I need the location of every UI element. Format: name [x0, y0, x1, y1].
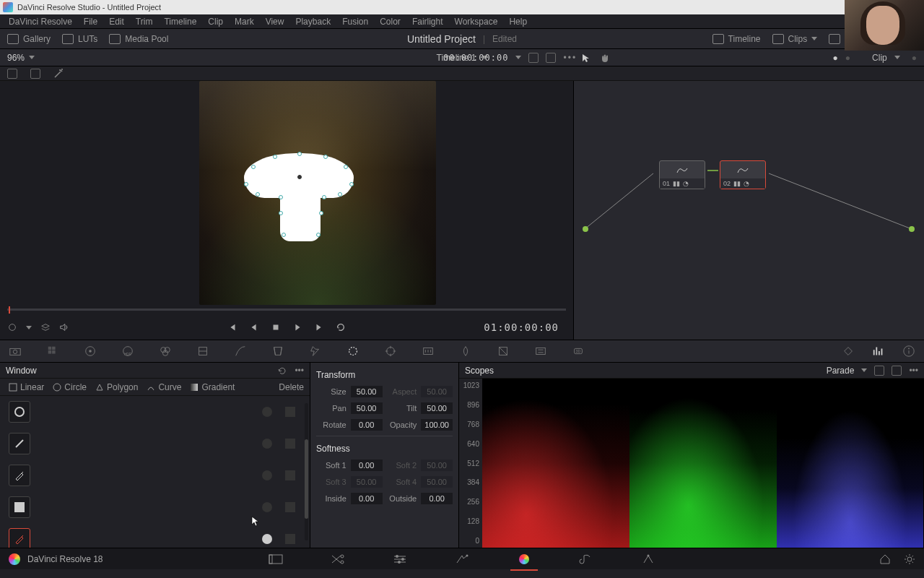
mask-toggle-icon[interactable] — [262, 502, 272, 512]
key-icon[interactable] — [495, 343, 511, 359]
magic-icon[interactable] — [53, 69, 64, 79]
mask-toggle-icon[interactable] — [262, 470, 272, 480]
more-icon[interactable]: ••• — [295, 366, 304, 376]
window-row-line[interactable] — [0, 428, 304, 460]
menu-color[interactable]: Color — [374, 17, 406, 27]
rgb-mixer-icon[interactable] — [157, 343, 173, 359]
first-frame-icon[interactable] — [227, 322, 237, 332]
mute-icon[interactable] — [59, 322, 69, 332]
opacity-field[interactable]: 100.00 — [421, 419, 453, 431]
polygon-button[interactable]: Polygon — [92, 381, 141, 394]
delete-button[interactable]: Delete — [279, 382, 304, 392]
mask-toggle-icon[interactable] — [262, 407, 272, 417]
playhead[interactable] — [9, 306, 10, 314]
mask-toggle-icon[interactable] — [262, 439, 272, 449]
soft1-field[interactable]: 0.00 — [351, 460, 383, 471]
timeline-button[interactable]: Timeline — [712, 34, 761, 44]
cut-page-icon[interactable] — [330, 553, 346, 566]
chevron-down-icon[interactable] — [894, 56, 900, 59]
mediapool-button[interactable]: Media Pool — [109, 34, 168, 44]
menu-fusion[interactable]: Fusion — [336, 17, 374, 27]
sizing-icon[interactable] — [533, 343, 549, 359]
play-icon[interactable] — [292, 322, 302, 332]
deliver-page-icon[interactable] — [640, 553, 656, 566]
rotate-field[interactable]: 0.00 — [351, 419, 383, 431]
outside-field[interactable]: 0.00 — [421, 493, 453, 504]
invert-toggle-icon[interactable] — [285, 407, 295, 417]
menu-timeline[interactable]: Timeline — [158, 17, 202, 27]
menu-app[interactable]: DaVinci Resolve — [3, 17, 78, 27]
camera-raw-icon[interactable] — [7, 343, 23, 359]
split-icon[interactable] — [7, 69, 17, 79]
info-icon[interactable] — [901, 343, 917, 359]
stop-icon[interactable] — [271, 322, 281, 332]
warper-icon[interactable] — [270, 343, 286, 359]
scope-expand-icon[interactable] — [892, 366, 902, 376]
grid-icon[interactable] — [30, 69, 40, 79]
viewer[interactable]: 01:00:00:00 — [0, 81, 574, 340]
reset-icon[interactable] — [277, 366, 287, 376]
chevron-down-icon[interactable] — [29, 56, 35, 59]
chevron-down-icon[interactable] — [515, 56, 521, 59]
menu-help[interactable]: Help — [503, 17, 533, 27]
menu-file[interactable]: File — [78, 17, 103, 27]
playbar-track[interactable] — [7, 309, 566, 311]
more-icon[interactable]: ••• — [563, 53, 577, 63]
3d-icon[interactable]: 3D — [570, 343, 586, 359]
scopes-icon[interactable] — [871, 343, 886, 359]
menu-fairlight[interactable]: Fairlight — [406, 17, 449, 27]
hdr-icon[interactable]: HDR — [120, 343, 136, 359]
color-page-icon[interactable] — [516, 553, 532, 566]
size-field[interactable]: 50.00 — [351, 386, 383, 397]
scopes-mode[interactable]: Parade — [827, 366, 855, 376]
qualifier-icon[interactable] — [308, 343, 323, 359]
settings-icon[interactable] — [904, 553, 915, 565]
prev-frame-icon[interactable] — [249, 322, 259, 332]
invert-toggle-icon[interactable] — [285, 502, 295, 512]
window-row-pen[interactable] — [0, 460, 304, 491]
curve-button[interactable]: Curve — [144, 381, 184, 394]
clip-label[interactable]: Clip — [872, 53, 887, 63]
node-01[interactable]: 01▮▮◔ — [659, 160, 705, 189]
gallery-button[interactable]: Gallery — [7, 34, 51, 44]
luts-button[interactable]: LUTs — [62, 34, 97, 44]
mask-toggle-icon[interactable] — [262, 534, 272, 544]
menu-edit[interactable]: Edit — [103, 17, 130, 27]
loop-icon[interactable] — [336, 322, 346, 332]
home-icon[interactable] — [879, 553, 891, 565]
inside-field[interactable]: 0.00 — [351, 493, 383, 504]
menu-playback[interactable]: Playback — [289, 17, 336, 27]
clips-button[interactable]: Clips — [772, 34, 818, 44]
menu-workspace[interactable]: Workspace — [449, 17, 504, 27]
circle-button[interactable]: Circle — [50, 381, 90, 394]
tracker-icon[interactable] — [383, 343, 398, 359]
soft4-field[interactable]: 50.00 — [421, 476, 453, 488]
layers-icon[interactable] — [40, 322, 51, 332]
edit-page-icon[interactable] — [392, 553, 408, 566]
invert-toggle-icon[interactable] — [285, 534, 295, 544]
invert-toggle-icon[interactable] — [285, 470, 295, 480]
hand-icon[interactable] — [600, 53, 610, 63]
more-icon[interactable]: ••• — [909, 366, 918, 376]
power-window-mask[interactable] — [244, 146, 354, 240]
unmix-icon[interactable] — [7, 322, 17, 332]
blur-icon[interactable] — [458, 343, 474, 359]
curves-icon[interactable] — [232, 343, 248, 359]
media-page-icon[interactable] — [268, 553, 284, 566]
aspect-field[interactable]: 50.00 — [421, 386, 453, 397]
tilt-field[interactable]: 50.00 — [421, 402, 453, 414]
fairlight-page-icon[interactable] — [578, 553, 594, 566]
zoom-value[interactable]: 96% — [7, 53, 25, 63]
invert-toggle-icon[interactable] — [285, 439, 295, 449]
timecode-in[interactable]: 00:00:00:00 — [443, 53, 508, 63]
magic-mask-icon[interactable] — [420, 343, 436, 359]
gradient-button[interactable]: Gradient — [187, 381, 237, 394]
last-frame-icon[interactable] — [314, 322, 324, 332]
soft3-field[interactable]: 50.00 — [351, 476, 383, 488]
expand-icon[interactable] — [546, 53, 556, 63]
menu-clip[interactable]: Clip — [202, 17, 229, 27]
pan-field[interactable]: 50.00 — [351, 402, 383, 414]
scrollbar-thumb[interactable] — [305, 439, 308, 519]
node-02[interactable]: 02▮▮◔ — [720, 160, 766, 189]
window-icon[interactable] — [345, 343, 361, 359]
